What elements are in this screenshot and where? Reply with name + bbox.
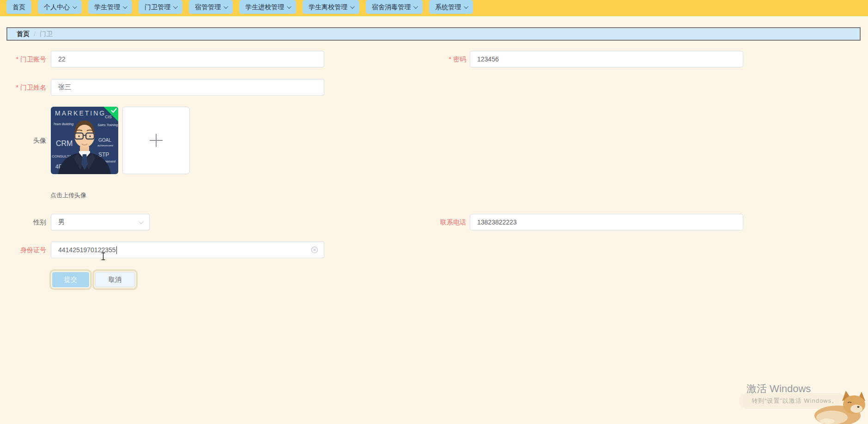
id-number-input[interactable]: 4414251970122355 — [51, 242, 324, 258]
nav-item-student-leave-management[interactable]: 学生离校管理 — [303, 0, 359, 14]
chevron-down-icon — [173, 4, 178, 9]
id-number-value: 4414251970122355 — [58, 246, 116, 254]
phone-label: 联系电话 — [397, 214, 466, 230]
ibeam-mouse-cursor — [101, 252, 106, 260]
required-marker: * — [16, 55, 18, 63]
nav-item-system-management[interactable]: 系统管理 — [429, 0, 473, 14]
password-input[interactable] — [470, 51, 743, 67]
account-label: *门卫账号 — [0, 51, 46, 67]
gender-select-value: 男 — [58, 218, 65, 226]
nav-item-label: 首页 — [12, 0, 25, 14]
dog-image — [813, 387, 868, 424]
clear-input-icon[interactable] — [311, 246, 318, 254]
required-marker: * — [449, 55, 451, 63]
submit-button[interactable]: 提交 — [52, 272, 89, 287]
svg-text:Sales Training: Sales Training — [97, 123, 118, 127]
nav-item-label: 系统管理 — [435, 0, 461, 14]
nav-item-label: 宿管管理 — [195, 0, 221, 14]
nav-item-dorm-admin-management[interactable]: 宿管管理 — [189, 0, 233, 14]
check-icon — [111, 108, 117, 113]
name-label: *门卫姓名 — [0, 79, 46, 96]
chevron-down-icon — [413, 4, 418, 9]
password-label: *密码 — [397, 51, 466, 67]
chevron-down-icon — [139, 219, 144, 224]
nav-item-label: 宿舍消毒管理 — [372, 0, 411, 14]
nav-item-label: 学生进校管理 — [245, 0, 284, 14]
breadcrumb-current: 门卫 — [40, 30, 53, 38]
nav-item-label: 学生离校管理 — [309, 0, 347, 14]
required-marker: * — [16, 84, 18, 91]
chevron-down-icon — [123, 4, 127, 9]
breadcrumb-separator: / — [34, 30, 36, 38]
top-navbar: 首页 个人中心 学生管理 门卫管理 宿管管理 学生进校管理 学生离校管理 宿舍消… — [0, 0, 868, 16]
text-caret — [116, 246, 117, 254]
activate-windows-text: 激活 Windows — [747, 382, 811, 396]
avatar-label: 头像 — [0, 132, 46, 149]
avatar-upload-box[interactable] — [122, 107, 190, 174]
nav-item-student-entry-management[interactable]: 学生进校管理 — [239, 0, 296, 14]
breadcrumb: 首页 / 门卫 — [6, 27, 861, 41]
nav-item-label: 门卫管理 — [145, 0, 170, 14]
nav-item-label: 学生管理 — [94, 0, 120, 14]
chevron-down-icon — [224, 4, 228, 9]
cancel-button[interactable]: 取消 — [95, 272, 135, 287]
plus-icon — [148, 133, 164, 148]
gender-select[interactable]: 男 — [51, 214, 150, 230]
breadcrumb-home[interactable]: 首页 — [17, 30, 30, 38]
gender-label: 性别 — [0, 214, 46, 230]
phone-input[interactable] — [470, 214, 743, 230]
svg-text:achievement: achievement — [97, 144, 113, 147]
chevron-down-icon — [350, 4, 355, 9]
chevron-down-icon — [287, 4, 291, 9]
avatar-image[interactable]: MARKETING CIS Team Building Sales Traini… — [51, 107, 118, 174]
svg-text:GOAL: GOAL — [98, 138, 111, 143]
nav-item-dorm-disinfect-management[interactable]: 宿舍消毒管理 — [366, 0, 423, 14]
nav-item-gatekeeper-management[interactable]: 门卫管理 — [139, 0, 182, 14]
upload-hint-text: 点击上传头像 — [50, 191, 86, 200]
svg-text:MARKETING: MARKETING — [55, 109, 106, 117]
svg-text:CRM: CRM — [56, 139, 73, 147]
chevron-down-icon — [73, 4, 77, 9]
name-input[interactable] — [51, 79, 324, 96]
account-input[interactable] — [51, 51, 324, 67]
chevron-down-icon — [464, 4, 468, 9]
nav-item-personal-center[interactable]: 个人中心 — [38, 0, 82, 14]
nav-item-student-management[interactable]: 学生管理 — [88, 0, 132, 14]
id-number-label: 身份证号 — [0, 242, 46, 258]
svg-text:Team Building: Team Building — [53, 122, 73, 126]
nav-item-home[interactable]: 首页 — [6, 0, 31, 14]
nav-item-label: 个人中心 — [44, 0, 70, 14]
